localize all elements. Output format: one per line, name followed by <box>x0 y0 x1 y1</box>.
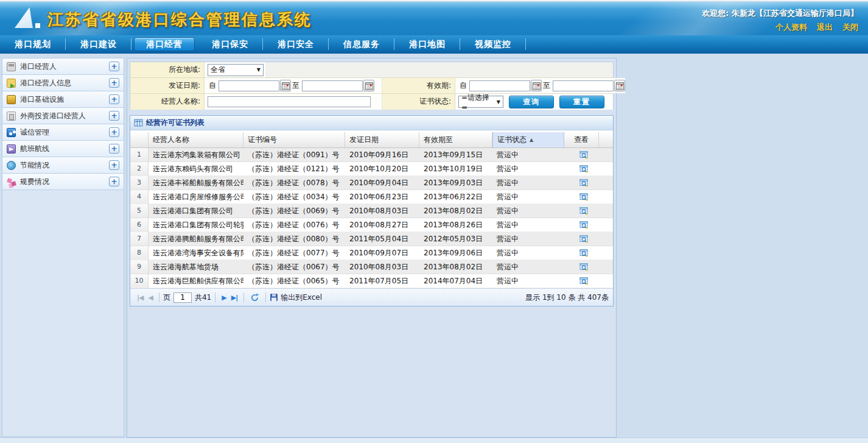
cell-cert-status: 营运中 <box>492 148 564 161</box>
sidebar-item[interactable]: 港口基础设施 + <box>2 91 124 108</box>
cert-status-select[interactable]: =请选择= ▼ <box>458 96 503 108</box>
col-cert-number[interactable]: 证书编号 <box>243 132 345 147</box>
sidebar-item[interactable]: 外商投资港口经营人 + <box>2 108 124 124</box>
sidebar-item[interactable]: 诚信管理 + <box>2 124 124 141</box>
sidebar-item-label: 港口经营人信息 <box>20 78 71 88</box>
search-button[interactable]: 查询 <box>509 96 554 108</box>
expand-plus-button[interactable]: + <box>109 94 119 104</box>
grid-title: 经营许可证书列表 <box>146 118 205 128</box>
table-row[interactable]: 10 连云港海巨船舶供应有限公司 （苏连）港经证（0065）号 2011年07月… <box>130 274 613 288</box>
cell-issue-date: 2010年08月03日 <box>345 260 419 274</box>
view-button[interactable] <box>579 192 589 202</box>
nav-tab[interactable]: 视频监控 <box>460 35 526 53</box>
page-number-input[interactable] <box>173 292 192 303</box>
cell-issue-date: 2010年08月03日 <box>345 204 419 218</box>
table-row[interactable]: 2 连云港东粮码头有限公司 （苏连）港经证（0121）号 2010年10月20日… <box>130 162 613 176</box>
cell-valid-until: 2013年09月15日 <box>419 148 492 161</box>
table-row[interactable]: 9 连云港海航基地货场 （苏连）港经证（0067）号 2010年08月03日 2… <box>130 260 613 274</box>
profile-link[interactable]: 个人资料 <box>775 22 807 33</box>
nav-tab[interactable]: 信息服务 <box>329 35 394 53</box>
cell-operator-name: 连云港港口集团有限公司 <box>149 204 243 218</box>
first-page-button[interactable]: |◀ <box>137 294 143 302</box>
sort-asc-icon: ▲ <box>530 137 533 143</box>
cell-cert-status: 营运中 <box>492 218 564 232</box>
nav-tab[interactable]: 港口经营 <box>134 37 195 51</box>
cell-cert-number: （苏连）港经证（0067）号 <box>243 260 345 274</box>
validity-to-input[interactable] <box>553 80 614 91</box>
sidebar-item[interactable]: 规费情况 + <box>2 174 124 190</box>
export-excel-button[interactable]: 输出到Excel <box>270 292 322 303</box>
refresh-button[interactable] <box>250 293 259 302</box>
table-header-row: 经营人名称 证书编号 发证日期 有效期至 证书状态▲ 查看 <box>130 132 613 148</box>
nav-tab[interactable]: 港口安全 <box>263 35 329 53</box>
region-select[interactable]: 全省 ▼ <box>208 64 264 76</box>
view-details-icon <box>579 178 589 188</box>
cell-valid-until: 2013年06月22日 <box>419 190 492 204</box>
from-label: 自 <box>460 80 467 91</box>
col-operator-name[interactable]: 经营人名称 <box>149 132 243 147</box>
expand-plus-button[interactable]: + <box>109 160 119 170</box>
table-row[interactable]: 6 连云港港口集团有限公司轮驳... （苏连）港经证（0076）号 2010年0… <box>130 218 613 232</box>
validity-from-input[interactable] <box>469 80 530 91</box>
col-issue-date[interactable]: 发证日期 <box>345 132 419 147</box>
reset-button[interactable]: 重置 <box>559 96 604 108</box>
sidebar-item-label: 规费情况 <box>20 177 49 187</box>
next-page-button[interactable]: ▶ <box>222 294 226 302</box>
calendar-button[interactable] <box>614 80 625 91</box>
total-pages: 共41 <box>195 292 211 303</box>
expand-plus-button[interactable]: + <box>109 111 119 121</box>
license-grid-panel: 经营许可证书列表 经营人名称 证书编号 发证日期 有效期至 证书状态▲ 查看 1… <box>130 115 614 307</box>
table-row[interactable]: 7 连云港港腾船舶服务有限公司 （苏连）港经证（0080）号 2011年05月0… <box>130 232 613 246</box>
sidebar-item[interactable]: 航班航线 + <box>2 141 124 157</box>
table-row[interactable]: 5 连云港港口集团有限公司 （苏连）港经证（0069）号 2010年08月03日… <box>130 204 613 218</box>
chevron-down-icon: ▼ <box>257 67 261 73</box>
last-page-button[interactable]: ▶| <box>231 294 237 302</box>
nav-tab[interactable]: 港口地图 <box>394 35 460 53</box>
view-button[interactable] <box>579 248 589 258</box>
view-button[interactable] <box>579 150 589 160</box>
prev-page-button[interactable]: ◀ <box>148 294 152 302</box>
close-link[interactable]: 关闭 <box>842 22 858 33</box>
calendar-button[interactable] <box>280 80 291 91</box>
expand-plus-button[interactable]: + <box>109 127 119 137</box>
issue-date-label: 发证日期: <box>130 78 205 93</box>
calendar-button[interactable] <box>363 80 374 91</box>
nav-tab[interactable]: 港口规划 <box>0 35 66 53</box>
logout-link[interactable]: 退出 <box>817 22 833 33</box>
expand-plus-button[interactable]: + <box>109 78 119 88</box>
issue-date-to-input[interactable] <box>302 80 363 91</box>
view-button[interactable] <box>579 234 589 244</box>
calendar-icon <box>282 82 290 90</box>
nav-tab[interactable]: 港口建设 <box>66 35 131 53</box>
validity-label: 有效期: <box>382 78 455 93</box>
sidebar-item[interactable]: 港口经营人信息 + <box>2 75 124 91</box>
view-details-icon <box>579 192 589 202</box>
table-row[interactable]: 8 连云港港湾海事安全设备有限... （苏连）港经证（0077）号 2010年0… <box>130 246 613 260</box>
view-button[interactable] <box>579 262 589 272</box>
expand-plus-button[interactable]: + <box>109 177 119 186</box>
calendar-icon <box>533 82 541 90</box>
sidebar-item[interactable]: 节能情况 + <box>2 157 124 174</box>
view-button[interactable] <box>579 220 589 230</box>
expand-plus-button[interactable]: + <box>109 62 119 71</box>
calendar-button[interactable] <box>531 80 542 91</box>
view-button[interactable] <box>579 164 589 174</box>
expand-plus-button[interactable]: + <box>109 144 119 154</box>
issue-date-from-input[interactable] <box>219 80 279 91</box>
view-button[interactable] <box>579 206 589 216</box>
nav-tab[interactable]: 港口保安 <box>197 35 263 53</box>
sidebar-item[interactable]: 港口经营人 + <box>2 58 124 75</box>
sidebar-item-label: 外商投资港口经营人 <box>20 111 86 121</box>
view-details-icon <box>579 164 589 174</box>
view-button[interactable] <box>579 178 589 188</box>
table-row[interactable]: 4 连云港港口房屋维修服务公司 （苏连）港经证（0034）号 2010年06月2… <box>130 190 613 204</box>
col-row-number <box>130 132 149 147</box>
col-valid-until[interactable]: 有效期至 <box>419 132 492 147</box>
table-row[interactable]: 1 连云港东鸿集装箱有限公司 （苏连）港经证（0091）号 2010年09月16… <box>130 148 613 162</box>
page-footer-strip <box>0 438 868 443</box>
table-row[interactable]: 3 连云港丰裕船舶服务有限公司 （苏连）港经证（0078）号 2010年09月0… <box>130 176 613 190</box>
cell-valid-until: 2012年05月03日 <box>419 232 492 246</box>
operator-name-input[interactable] <box>208 96 371 107</box>
view-button[interactable] <box>579 276 589 286</box>
col-cert-status[interactable]: 证书状态▲ <box>492 132 564 147</box>
